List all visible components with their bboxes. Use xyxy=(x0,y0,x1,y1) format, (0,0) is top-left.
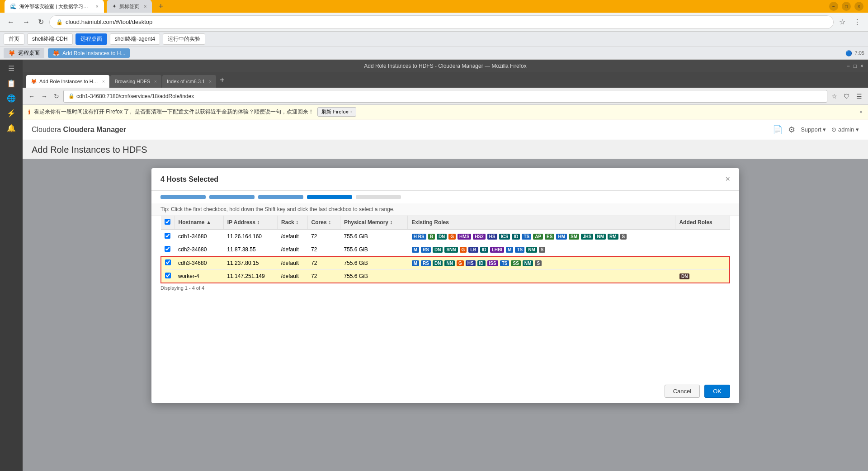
tab-close-1[interactable]: × xyxy=(96,4,99,9)
ff-tab-add-role[interactable]: 🦊 Add Role Instances to HDFS × xyxy=(26,75,109,88)
maximize-button[interactable]: □ xyxy=(842,2,851,11)
cm-icon-settings[interactable]: ⚙ xyxy=(788,125,795,135)
role-badge: HMS xyxy=(458,234,471,240)
ff-tab-close-1[interactable]: × xyxy=(102,79,105,84)
ff-address-bar[interactable]: 🔒 cdh1-34680:7180/cmf/services/18/addRol… xyxy=(63,90,827,103)
row2-added-roles xyxy=(675,243,730,257)
toolbar-running-experiment[interactable]: 运行中的实验 xyxy=(163,33,205,45)
row2-roles: M RS DN SNN G LB ID LHBI xyxy=(408,243,675,257)
toolbar-remote-desktop[interactable]: 远程桌面 xyxy=(75,33,107,45)
cancel-button[interactable]: Cancel xyxy=(665,385,700,398)
ff-tab-browsing[interactable]: Browsing HDFS × xyxy=(110,75,161,88)
role-badge: NM xyxy=(595,234,606,240)
ff-tab-close-2[interactable]: × xyxy=(154,79,157,84)
ff-minimize[interactable]: − xyxy=(847,63,850,69)
sidebar-icon-1[interactable]: ☰ xyxy=(8,64,14,73)
th-memory[interactable]: Physical Memory ↕ xyxy=(340,216,407,230)
applications-tab[interactable]: 🦊 远程桌面 xyxy=(4,48,44,58)
back-button[interactable]: ← xyxy=(5,16,17,28)
ff-menu-button[interactable]: ☰ xyxy=(854,91,864,101)
tab-close-2[interactable]: × xyxy=(144,4,146,9)
notif-close-button[interactable]: × xyxy=(859,109,863,115)
notif-refresh-button[interactable]: 刷新 Firefox··· xyxy=(317,107,356,117)
admin-dropdown[interactable]: ⊙ admin ▾ xyxy=(831,126,859,133)
row2-check[interactable] xyxy=(161,243,175,257)
close-button[interactable]: × xyxy=(854,2,863,11)
row3-added-roles xyxy=(675,256,730,270)
ff-reload-button[interactable]: ↻ xyxy=(52,91,61,101)
cm-icon-docs[interactable]: 📄 xyxy=(773,125,783,135)
ff-window-controls: − □ × xyxy=(847,63,863,69)
select-all-checkbox[interactable] xyxy=(165,219,170,225)
th-rack[interactable]: Rack ↕ xyxy=(278,216,307,230)
browser-tab-1[interactable]: 🌊 海沖部落实验室 | 大数据学习云... × xyxy=(5,0,104,13)
row3-checkbox[interactable] xyxy=(165,259,171,265)
address-bar[interactable]: 🔒 cloud.hainiubl.com/#/tool/desktop xyxy=(49,15,834,29)
forward-button[interactable]: → xyxy=(20,16,33,28)
row2-rack: /default xyxy=(278,243,307,257)
row3-hostname: cdh3-34680 xyxy=(175,256,223,270)
row2-checkbox[interactable] xyxy=(165,246,170,252)
cm-content: Add Role Instances to HDFS - Cloudera Ma… xyxy=(23,60,868,471)
hosts-table: Hostname ▲ IP Address ↕ Rack ↕ Cores ↕ P… xyxy=(160,216,730,283)
ff-bookmark-button[interactable]: ☆ xyxy=(829,91,840,101)
minimize-button[interactable]: − xyxy=(829,2,838,11)
sidebar-icon-2[interactable]: 📋 xyxy=(7,79,16,88)
ff-maximize[interactable]: □ xyxy=(854,63,857,69)
menu-button[interactable]: ⋮ xyxy=(851,16,863,28)
row4-added-roles: DN xyxy=(675,270,730,283)
ff-new-tab-button[interactable]: + xyxy=(217,75,227,85)
cm-logo: Cloudera Cloudera Manager xyxy=(32,126,126,134)
row4-check[interactable] xyxy=(161,270,175,283)
ok-button[interactable]: OK xyxy=(704,385,730,398)
ff-back-button[interactable]: ← xyxy=(26,91,37,101)
row3-roles: M RS DN NN G HS ID ISS xyxy=(408,256,675,270)
role-badge: DN xyxy=(433,260,443,266)
toolbar-shell-agent4[interactable]: shell终端-agent4 xyxy=(110,33,160,45)
firefox-notification: ℹ 看起来你有一段时间没有打开 Firefox 了。是否要清理一下配置文件以获得… xyxy=(23,105,868,119)
row1-hostname: cdh1-34680 xyxy=(175,230,223,243)
ff-tab-close-3[interactable]: × xyxy=(209,79,212,84)
role-badge: TS xyxy=(515,247,524,253)
modal-close-button[interactable]: × xyxy=(725,174,730,184)
role-badge: NM xyxy=(523,260,533,266)
firefox-logo[interactable]: 🔵 xyxy=(845,50,852,57)
bookmark-button[interactable]: ☆ xyxy=(836,16,848,28)
firefox-tabs: 🦊 Add Role Instances to HDFS × Browsing … xyxy=(23,72,868,88)
add-role-instances-tab[interactable]: 🦊 Add Role Instances to H... xyxy=(48,48,130,58)
support-dropdown[interactable]: Support ▾ xyxy=(801,126,826,133)
row4-hostname: worker-4 xyxy=(175,270,223,283)
reload-button[interactable]: ↻ xyxy=(35,16,47,28)
sidebar-icon-5[interactable]: 🔔 xyxy=(7,124,16,132)
toolbar-shell-cdh[interactable]: shell终端-CDH xyxy=(27,33,73,45)
ff-close[interactable]: × xyxy=(860,63,863,69)
sidebar-icon-4[interactable]: ⚡ xyxy=(7,109,16,118)
ff-shield-button[interactable]: 🛡 xyxy=(841,91,852,101)
modal-backdrop: 4 Hosts Selected × Tip: Click the first … xyxy=(23,159,868,471)
th-cores[interactable]: Cores ↕ xyxy=(307,216,340,230)
wizard-step-2 xyxy=(209,195,255,199)
ff-forward-button[interactable]: → xyxy=(39,91,50,101)
toolbar-home[interactable]: 首页 xyxy=(4,33,24,45)
th-ip[interactable]: IP Address ↕ xyxy=(223,216,277,230)
role-badge: ICS xyxy=(499,234,510,240)
row3-check[interactable] xyxy=(161,256,175,270)
role-badge: ES xyxy=(545,234,554,240)
role-badge: TS xyxy=(500,260,509,266)
row4-checkbox[interactable] xyxy=(165,273,171,278)
os-titlebar: 🌊 海沖部落实验室 | 大数据学习云... × ✦ 新标签页 × + − □ × xyxy=(0,0,868,13)
notif-icon: ℹ xyxy=(28,108,30,116)
row1-check[interactable] xyxy=(161,230,175,243)
browser-tab-2[interactable]: ✦ 新标签页 × xyxy=(107,0,152,13)
sidebar-icon-3[interactable]: 🌐 xyxy=(7,94,16,103)
table-row: cdh2-34680 11.87.38.55 /default 72 755.6… xyxy=(161,243,730,257)
role-badge: M xyxy=(506,247,513,253)
cm-header: Cloudera Cloudera Manager 📄 ⚙ Support ▾ … xyxy=(23,119,868,140)
th-hostname[interactable]: Hostname ▲ xyxy=(175,216,223,230)
new-tab-button[interactable]: + xyxy=(155,0,167,13)
row4-memory: 755.6 GiB xyxy=(340,270,407,283)
table-wrapper: Hostname ▲ IP Address ↕ Rack ↕ Cores ↕ P… xyxy=(151,216,739,283)
role-badge: ID xyxy=(512,234,520,240)
row1-checkbox[interactable] xyxy=(165,233,170,239)
ff-tab-index[interactable]: Index of /cm6.3.1 × xyxy=(162,75,216,88)
